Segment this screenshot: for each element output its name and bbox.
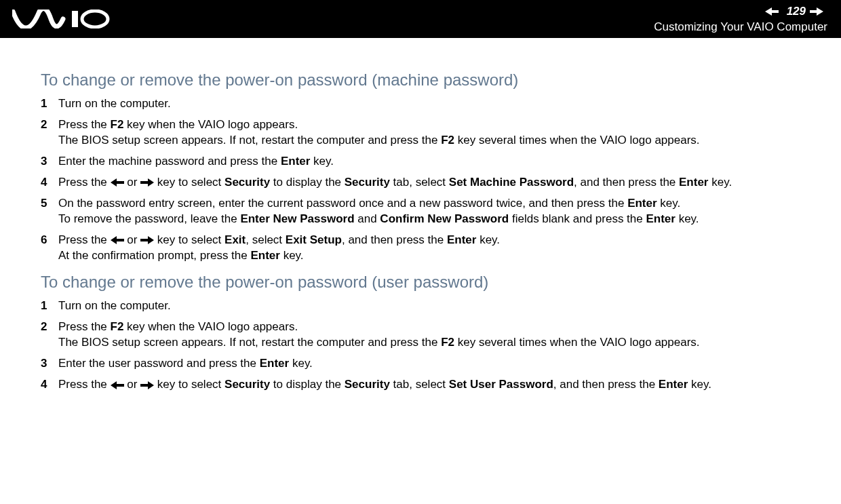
step-item: 2Press the F2 key when the VAIO logo app… [41,117,800,149]
right-arrow-icon [140,178,154,187]
step-number: 2 [41,117,47,133]
text: , and then press the [553,378,659,391]
nav-next[interactable] [810,7,823,16]
step-item: 3Enter the machine password and press th… [41,154,800,170]
text: At the confirmation prompt, press the [58,249,250,262]
left-arrow-icon [111,236,124,244]
step-item: 1Turn on the computer. [41,298,800,314]
bold-text: Enter [627,197,657,210]
step-number: 1 [41,298,47,314]
step-number: 6 [41,233,47,248]
chapter-title: Customizing Your VAIO Computer [654,20,827,34]
text: Enter the machine password and press the [58,155,281,168]
step-item: 4Press the or key to select Security to … [41,377,800,393]
text: fields blank and press the [509,212,646,225]
text: key. [476,233,500,246]
step-list: 1Turn on the computer.2Press the F2 key … [41,298,800,393]
step-item: 2Press the F2 key when the VAIO logo app… [41,319,800,351]
nav-and-page: 129 [765,5,827,18]
page-header: 129 Customizing Your VAIO Computer [0,0,841,38]
text: key several times when the VAIO logo app… [454,134,700,147]
bold-text: Enter [659,378,688,391]
text: The BIOS setup screen appears. If not, r… [58,134,441,147]
svg-rect-0 [72,11,78,27]
left-arrow-icon [111,178,124,187]
text: or [124,176,141,189]
text: The BIOS setup screen appears. If not, r… [58,336,441,349]
text: , and then press the [574,176,679,189]
right-arrow-icon [140,236,154,244]
step-number: 3 [41,356,47,372]
text: tab, select [390,378,449,391]
content: To change or remove the power-on passwor… [0,38,841,393]
svg-marker-8 [111,381,124,389]
bold-text: Security [345,176,390,189]
svg-marker-4 [111,178,124,187]
text: On the password entry screen, enter the … [58,197,627,210]
step-number: 4 [41,175,47,191]
text: key several times when the VAIO logo app… [454,336,700,349]
step-list: 1Turn on the computer.2Press the F2 key … [41,96,800,263]
step-number: 4 [41,377,47,393]
text: Press the [58,118,111,131]
text: key to select [154,378,224,391]
text: key. [280,249,304,262]
left-arrow-icon [111,381,124,389]
text: or [124,233,141,246]
section-heading: To change or remove the power-on passwor… [41,273,800,292]
svg-marker-6 [111,236,124,244]
text: key. [709,176,732,189]
bold-text: F2 [441,134,454,147]
step-number: 1 [41,96,47,112]
nav-prev-icon [765,7,779,16]
bold-text: Enter [281,155,310,168]
svg-point-1 [82,11,108,27]
text: or [124,378,141,391]
bold-text: Enter [260,357,289,370]
text: tab, select [390,176,449,189]
text: Enter the user password and press the [58,357,260,370]
bold-text: Enter [447,233,476,246]
text: to display the [270,378,345,391]
text: key when the VAIO logo appears. [123,118,298,131]
text: , and then press the [342,233,447,246]
bold-text: Security [345,378,390,391]
vaio-logo-svg [12,9,111,28]
text: key when the VAIO logo appears. [123,320,298,333]
text: key to select [154,176,224,189]
text: Press the [58,233,111,246]
text: to display the [270,176,345,189]
step-item: 3Enter the user password and press the E… [41,356,800,372]
step-number: 3 [41,154,47,170]
bold-text: Set User Password [449,378,553,391]
step-item: 6Press the or key to select Exit, select… [41,233,800,264]
header-right: 129 Customizing Your VAIO Computer [654,5,827,34]
bold-text: Confirm New Password [380,212,509,225]
bold-text: F2 [111,118,124,131]
bold-text: Exit Setup [286,233,342,246]
bold-text: Enter [250,249,279,262]
text: key. [657,197,681,210]
text: Press the [58,176,111,189]
page: 129 Customizing Your VAIO Computer To ch… [0,0,841,504]
bold-text: Enter [646,212,675,225]
step-item: 5On the password entry screen, enter the… [41,196,800,227]
bold-text: Enter [679,176,708,189]
text: and [355,212,380,225]
text: Press the [58,320,111,333]
right-arrow-icon [140,381,154,389]
nav-next-icon [810,7,823,16]
svg-marker-2 [765,7,779,16]
text: Turn on the computer. [58,299,171,312]
bold-text: Exit [224,233,246,246]
nav-prev[interactable] [765,7,779,16]
text: , select [246,233,286,246]
text: Turn on the computer. [58,97,171,110]
svg-marker-7 [140,236,154,244]
text: key. [289,357,313,370]
step-item: 4Press the or key to select Security to … [41,175,800,191]
text: key. [688,378,711,391]
bold-text: Security [224,378,270,391]
bold-text: F2 [441,336,454,349]
text: key. [676,212,699,225]
